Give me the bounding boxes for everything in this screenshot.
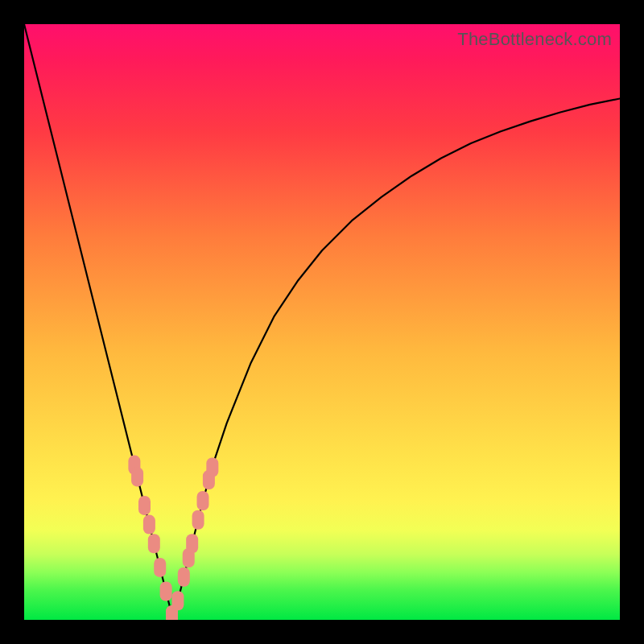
marker-point [178, 568, 190, 587]
marker-point [186, 534, 198, 553]
plot-area: TheBottleneck.com [24, 24, 620, 620]
marker-group [128, 456, 218, 620]
marker-point [160, 581, 172, 601]
marker-point [206, 458, 218, 477]
bottleneck-curve [24, 24, 620, 620]
marker-point [197, 491, 209, 510]
marker-point [154, 558, 166, 577]
marker-point [138, 496, 151, 515]
curve-layer [24, 24, 620, 620]
outer-frame: TheBottleneck.com [0, 0, 644, 644]
marker-point [143, 515, 155, 535]
watermark-text: TheBottleneck.com [457, 29, 612, 50]
marker-point [131, 467, 143, 486]
marker-point [192, 510, 204, 530]
marker-point [148, 534, 160, 553]
marker-point [171, 591, 184, 610]
